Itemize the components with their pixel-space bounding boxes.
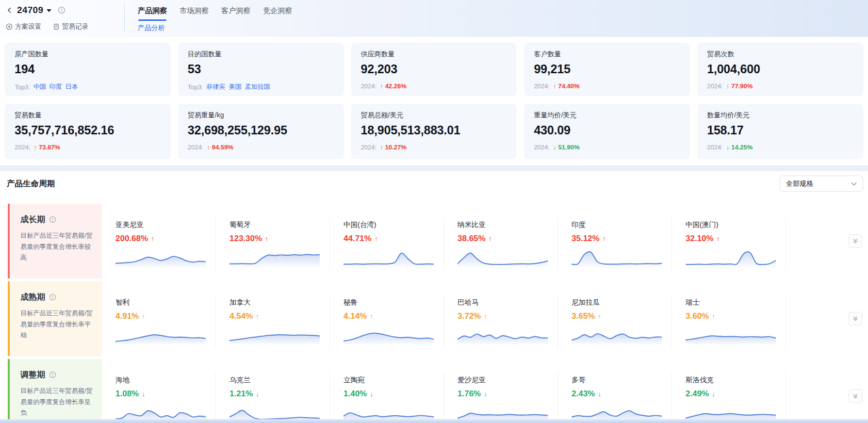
tab-1[interactable]: 市场洞察 (180, 6, 209, 17)
trend-up-arrow-icon: ↑ (34, 144, 37, 151)
back-icon[interactable] (6, 6, 14, 14)
phase-description: 目标产品近三年贸易额/贸易量的季度复合增长率较高 (20, 230, 94, 263)
stat-meta-prefix: Top3: (15, 83, 30, 91)
trend-up-arrow-icon: ↑ (380, 144, 383, 151)
spec-filter-select[interactable]: 全部规格 (780, 176, 863, 192)
bottom-scroll-strip[interactable] (0, 419, 868, 423)
country-cell: 纳米比亚38.65%↑ (444, 204, 558, 278)
stat-card-label: 贸易次数 (707, 50, 853, 59)
top3-link[interactable]: 菲律宾 (207, 82, 226, 91)
expand-row-button[interactable] (849, 312, 862, 325)
country-cell: 立陶宛1.40%↓ (330, 359, 444, 423)
trend-up-arrow-icon: ↑ (151, 235, 154, 243)
title-dropdown-caret-icon[interactable] (47, 9, 51, 12)
stat-meta-prefix: 2024: (361, 82, 377, 90)
country-name: 智利 (115, 298, 216, 307)
top3-link[interactable]: 中国 (33, 82, 46, 91)
country-growth-percent: 35.12% (572, 234, 600, 244)
country-cell: 秘鲁4.14%↑ (330, 281, 444, 356)
top3-link[interactable]: 美国 (229, 82, 242, 91)
trend-sparkline (344, 325, 434, 345)
header-divider (124, 4, 125, 32)
country-growth-percent: 4.91% (115, 311, 139, 321)
menu-item-plan-settings[interactable]: 方案设置 (6, 22, 41, 31)
plan-title: 24709 (17, 5, 43, 16)
info-icon[interactable] (49, 216, 56, 223)
country-name: 爱沙尼亚 (458, 375, 558, 385)
stat-meta-prefix: 2024: (707, 144, 723, 151)
country-cell: 葡萄牙123.30%↑ (216, 204, 330, 278)
stat-card: 目的国数量53Top3:菲律宾美国孟加拉国 (178, 43, 344, 96)
trend-sparkline (229, 248, 320, 267)
top3-link[interactable]: 日本 (66, 82, 78, 91)
country-growth-percent: 2.49% (686, 389, 709, 399)
lifecycle-row-adjust: 调整期目标产品近三年贸易额/贸易量的季度复合增长率呈负海地1.08%↓乌克兰1.… (8, 359, 868, 423)
expand-row-button[interactable] (849, 234, 862, 248)
stat-card-value: 99,215 (534, 62, 680, 76)
menu-item-label: 方案设置 (15, 22, 41, 31)
title-info-icon[interactable] (58, 6, 66, 14)
stat-card-meta: 2024:↑73.87% (15, 144, 161, 151)
trend-sparkline (686, 248, 776, 267)
stat-meta-prefix: Top3: (188, 83, 203, 91)
country-growth-value: 38.65%↑ (458, 234, 558, 244)
trend-sparkline (458, 325, 548, 345)
menu-item-label: 贸易记录 (62, 22, 88, 31)
country-cell: 巴哈马3.72%↑ (444, 281, 558, 356)
country-growth-percent: 3.60% (686, 311, 709, 321)
info-icon[interactable] (49, 293, 56, 301)
country-name: 斯洛伐克 (686, 375, 786, 385)
stat-card-value: 18,905,513,883.01 (361, 123, 508, 137)
phase-title: 成长期 (20, 214, 94, 225)
trend-down-arrow-icon: ↓ (142, 390, 145, 398)
country-growth-value: 3.60%↑ (686, 311, 786, 321)
stat-card-meta: 2024:↑42.26% (361, 82, 508, 90)
country-growth-percent: 3.65% (572, 311, 595, 321)
trend-sparkline (115, 248, 206, 267)
target-icon (6, 23, 13, 30)
top3-link[interactable]: 孟加拉国 (245, 82, 270, 91)
stat-card-label: 贸易数量 (15, 111, 161, 120)
stat-card: 数量均价/美元158.172024:↓14.25% (697, 104, 863, 159)
tab-0[interactable]: 产品洞察 (138, 6, 167, 17)
subtab-product-analysis[interactable]: 产品分析 (138, 24, 165, 33)
country-cell: 多哥2.43%↓ (558, 359, 672, 423)
trend-up-arrow-icon: ↑ (489, 235, 492, 243)
trend-down-arrow-icon: ↓ (553, 144, 557, 151)
lifecycle-row-growth: 成长期目标产品近三年贸易额/贸易量的季度复合增长率较高亚美尼亚200.68%↑葡… (8, 204, 868, 278)
row-actions (786, 204, 868, 278)
stat-card-label: 客户数量 (534, 50, 680, 59)
menu-item-trade-records[interactable]: 贸易记录 (53, 22, 88, 31)
stat-card: 贸易总额/美元18,905,513,883.012024:↑10.27% (351, 104, 517, 159)
stat-card-label: 目的国数量 (188, 50, 334, 59)
stat-card: 客户数量99,2152024:↑74.40% (524, 43, 690, 96)
header-menu: 方案设置 贸易记录 (6, 22, 88, 31)
trend-up-arrow-icon: ↑ (207, 144, 210, 151)
country-growth-value: 3.72%↑ (458, 311, 558, 321)
stat-card-meta: Top3:菲律宾美国孟加拉国 (188, 82, 334, 91)
country-growth-percent: 123.30% (229, 234, 262, 244)
stat-card-meta: 2024:↑77.90% (707, 82, 853, 90)
country-growth-value: 1.08%↓ (115, 389, 216, 399)
stat-meta-prefix: 2024: (534, 144, 550, 151)
info-icon[interactable] (49, 371, 56, 378)
country-growth-value: 2.43%↓ (572, 389, 672, 399)
country-growth-value: 4.91%↑ (115, 311, 216, 321)
top3-link[interactable]: 印度 (49, 82, 62, 91)
tab-3[interactable]: 竞企洞察 (263, 6, 292, 17)
stat-card-value: 92,203 (361, 62, 508, 76)
country-cell: 尼加拉瓜3.65%↑ (558, 281, 672, 356)
country-name: 加拿大 (229, 298, 330, 307)
country-cell: 印度35.12%↑ (558, 204, 672, 278)
stat-trend-percent: 77.90% (731, 82, 753, 90)
country-name: 尼加拉瓜 (572, 298, 672, 307)
stat-card: 贸易重量/kg32,698,255,129.952024:↑94.59% (178, 104, 344, 159)
stat-meta-prefix: 2024: (15, 144, 31, 151)
trend-down-arrow-icon: ↓ (598, 390, 601, 398)
trend-up-arrow-icon: ↑ (380, 82, 383, 90)
tab-2[interactable]: 客户洞察 (221, 6, 250, 17)
country-cell: 海地1.08%↓ (102, 359, 216, 423)
expand-row-button[interactable] (849, 390, 862, 403)
stat-card-label: 原产国数量 (15, 50, 161, 59)
country-name: 巴哈马 (458, 298, 558, 307)
